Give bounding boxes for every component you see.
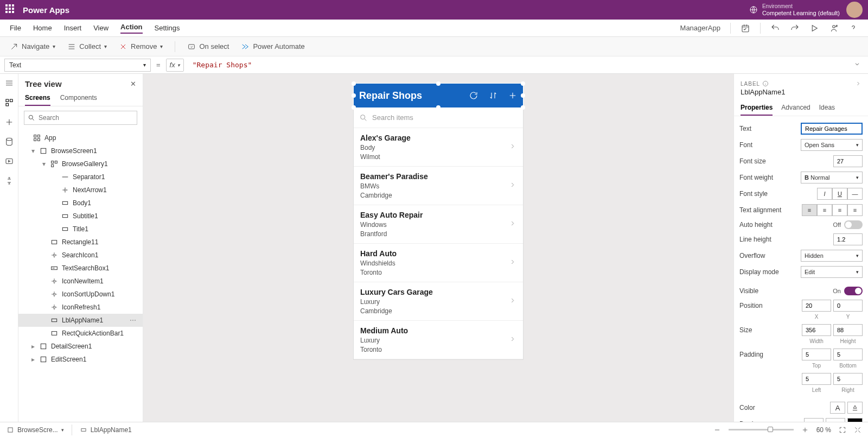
align-justify-button[interactable]: ≡ bbox=[847, 204, 863, 216]
chevron-right-icon[interactable] bbox=[855, 80, 861, 87]
gallery-item[interactable]: Beamer's ParadiseBMWsCambridge bbox=[354, 167, 523, 205]
tree-item[interactable]: IconSortUpDown1 bbox=[18, 288, 143, 301]
border-style-select[interactable]: —▾ bbox=[804, 418, 824, 422]
user-avatar[interactable] bbox=[846, 2, 863, 18]
phone-search[interactable]: Search items bbox=[354, 107, 523, 128]
tree-item[interactable]: SearchIcon1 bbox=[18, 249, 143, 262]
insert-icon[interactable] bbox=[4, 117, 14, 127]
environment-picker[interactable]: Environment Competent Learning (default) bbox=[749, 3, 840, 17]
tab-screens[interactable]: Screens bbox=[25, 91, 50, 106]
powerautomate-button[interactable]: Power Automate bbox=[241, 42, 304, 51]
font-select[interactable]: Open Sans▾ bbox=[801, 139, 863, 151]
fontsize-input[interactable] bbox=[833, 155, 863, 167]
tree-search[interactable] bbox=[24, 111, 137, 125]
share-icon[interactable] bbox=[829, 23, 839, 33]
gallery-item[interactable]: Hard AutoWindshieldsToronto bbox=[354, 244, 523, 282]
overflow-select[interactable]: Hidden▾ bbox=[801, 250, 863, 262]
breadcrumb-control[interactable]: LblAppName1 bbox=[80, 426, 132, 434]
width-input[interactable] bbox=[802, 324, 831, 336]
tree-item[interactable]: ▸EditScreen1 bbox=[18, 353, 143, 366]
tree-item[interactable]: TextSearchBox1 bbox=[18, 262, 143, 275]
align-center-button[interactable]: ≡ bbox=[817, 204, 832, 216]
tree-item[interactable]: Body1 bbox=[18, 197, 143, 210]
tab-ideas[interactable]: Ideas bbox=[819, 104, 835, 116]
fontweight-select[interactable]: B Normal▾ bbox=[801, 172, 863, 183]
tab-advanced[interactable]: Advanced bbox=[781, 104, 810, 116]
strike-button[interactable]: — bbox=[847, 188, 863, 200]
tree-item[interactable]: Separator1 bbox=[18, 170, 143, 183]
close-treeview-icon[interactable]: ✕ bbox=[130, 80, 136, 88]
hamburger-icon[interactable] bbox=[4, 78, 14, 88]
gallery-item[interactable]: Medium AutoLuxuryToronto bbox=[354, 321, 523, 359]
border-color-swatch[interactable] bbox=[847, 418, 863, 422]
remove-button[interactable]: Remove▾ bbox=[119, 42, 163, 51]
pad-top-input[interactable] bbox=[802, 349, 831, 360]
selected-label-header[interactable]: Repair Shops bbox=[354, 84, 523, 107]
fullscreen-icon[interactable] bbox=[854, 426, 861, 434]
app-checker-icon[interactable] bbox=[741, 23, 750, 33]
lineheight-input[interactable] bbox=[833, 233, 863, 245]
displaymode-select[interactable]: Edit▾ bbox=[801, 266, 863, 278]
undo-icon[interactable] bbox=[770, 23, 780, 33]
data-icon[interactable] bbox=[4, 137, 14, 147]
tree-item[interactable]: IconRefresh1 bbox=[18, 301, 143, 314]
refresh-icon[interactable] bbox=[469, 91, 478, 100]
underline-button[interactable]: U bbox=[832, 188, 847, 200]
pad-bottom-input[interactable] bbox=[833, 349, 863, 360]
pad-right-input[interactable] bbox=[833, 373, 863, 385]
text-input[interactable] bbox=[801, 123, 863, 135]
formula-expand-icon[interactable] bbox=[851, 60, 864, 69]
menu-settings[interactable]: Settings bbox=[155, 24, 180, 32]
menu-file[interactable]: File bbox=[10, 24, 21, 32]
tree-item[interactable]: IconNewItem1 bbox=[18, 275, 143, 288]
fit-icon[interactable] bbox=[839, 426, 846, 434]
fx-button[interactable]: fx▾ bbox=[166, 59, 184, 72]
tree-item[interactable]: RectQuickActionBar1 bbox=[18, 327, 143, 340]
zoom-in-icon[interactable] bbox=[801, 426, 809, 434]
tab-properties[interactable]: Properties bbox=[741, 104, 773, 116]
sort-icon[interactable] bbox=[488, 91, 498, 100]
onselect-button[interactable]: On select bbox=[187, 42, 229, 51]
formula-input[interactable] bbox=[189, 59, 845, 72]
menu-insert[interactable]: Insert bbox=[64, 24, 82, 32]
canvas[interactable]: Repair Shops Search items Alex's GarageB… bbox=[143, 74, 733, 422]
gallery-item[interactable]: Alex's GarageBodyWilmot bbox=[354, 128, 523, 167]
redo-icon[interactable] bbox=[790, 23, 800, 33]
tools-icon[interactable] bbox=[4, 176, 14, 186]
tree-item[interactable]: Subtitle1 bbox=[18, 210, 143, 223]
italic-button[interactable]: I bbox=[817, 188, 832, 200]
info-icon[interactable] bbox=[762, 80, 769, 87]
tab-components[interactable]: Components bbox=[60, 91, 97, 106]
tree-item[interactable]: ▾BrowseGallery1 bbox=[18, 157, 143, 170]
align-right-button[interactable]: ≡ bbox=[832, 204, 847, 216]
pos-y-input[interactable] bbox=[833, 300, 863, 312]
property-selector[interactable]: Text▾ bbox=[4, 59, 151, 72]
zoom-out-icon[interactable] bbox=[713, 426, 721, 434]
fill-color-button[interactable] bbox=[847, 402, 863, 414]
app-launcher-icon[interactable] bbox=[5, 4, 16, 15]
menu-action[interactable]: Action bbox=[120, 23, 142, 34]
add-icon[interactable] bbox=[508, 91, 518, 100]
visible-toggle[interactable] bbox=[844, 287, 863, 295]
gallery-item[interactable]: Luxury Cars GarageLuxuryCambridge bbox=[354, 282, 523, 321]
menu-home[interactable]: Home bbox=[33, 24, 52, 32]
help-icon[interactable] bbox=[848, 23, 858, 33]
navigate-button[interactable]: Navigate▾ bbox=[10, 42, 55, 51]
tree-item[interactable]: ▸DetailScreen1 bbox=[18, 340, 143, 353]
pad-left-input[interactable] bbox=[802, 373, 831, 385]
border-width-input[interactable] bbox=[826, 418, 845, 422]
gallery-item[interactable]: Easy Auto RepairWindowsBrantford bbox=[354, 205, 523, 244]
tree-app[interactable]: App bbox=[18, 131, 143, 144]
media-icon[interactable] bbox=[4, 156, 14, 166]
menu-view[interactable]: View bbox=[93, 24, 108, 32]
treeview-icon[interactable] bbox=[4, 98, 14, 107]
tree-item[interactable]: LblAppName1⋯ bbox=[18, 314, 143, 327]
height-input[interactable] bbox=[833, 324, 863, 336]
tree-item[interactable]: NextArrow1 bbox=[18, 183, 143, 197]
breadcrumb-screen[interactable]: BrowseScre...▾ bbox=[7, 426, 64, 434]
play-icon[interactable] bbox=[809, 23, 819, 33]
font-color-button[interactable]: A bbox=[830, 402, 845, 414]
pos-x-input[interactable] bbox=[802, 300, 831, 312]
tree-item[interactable]: Rectangle11 bbox=[18, 236, 143, 249]
align-left-button[interactable]: ≡ bbox=[802, 204, 817, 216]
